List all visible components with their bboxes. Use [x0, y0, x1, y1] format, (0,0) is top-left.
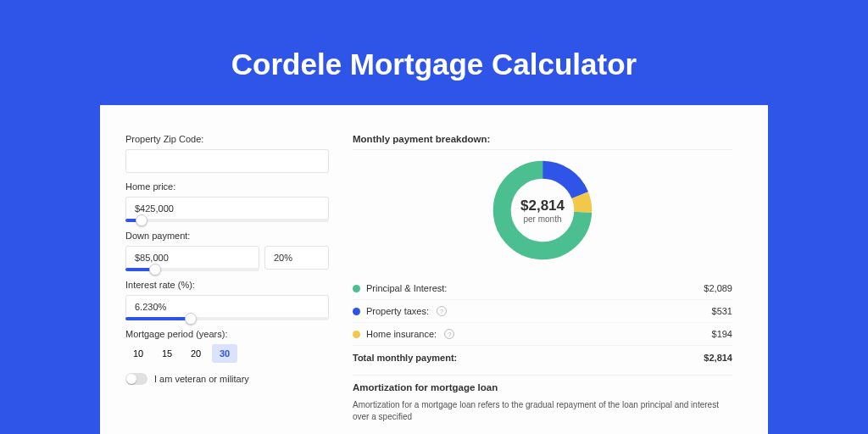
- period-option-30[interactable]: 30: [212, 344, 237, 363]
- total-row: Total monthly payment: $2,814: [353, 346, 732, 375]
- amortization-text: Amortization for a mortgage loan refers …: [353, 399, 732, 423]
- donut-chart-container: $2,814 per month: [353, 157, 732, 264]
- breakdown-heading: Monthly payment breakdown:: [353, 134, 732, 150]
- home-price-group: Home price:: [125, 181, 329, 222]
- form-panel: Property Zip Code: Home price: Down paym…: [125, 134, 329, 434]
- down-percent-input[interactable]: [264, 246, 329, 270]
- legend-row: Home insurance:?$194: [353, 323, 732, 346]
- breakdown-panel: Monthly payment breakdown: $2,814 per mo…: [353, 134, 732, 434]
- down-payment-slider[interactable]: [125, 268, 259, 271]
- legend-row: Principal & Interest:$2,089: [353, 277, 732, 300]
- home-price-label: Home price:: [125, 181, 329, 192]
- calculator-card: Property Zip Code: Home price: Down paym…: [100, 105, 768, 434]
- info-icon[interactable]: ?: [444, 329, 454, 339]
- toggle-knob: [126, 374, 136, 384]
- rate-label: Interest rate (%):: [125, 280, 329, 290]
- rate-slider[interactable]: [125, 317, 329, 320]
- down-payment-label: Down payment:: [125, 231, 329, 241]
- veteran-label: I am veteran or military: [154, 374, 249, 384]
- donut-center: $2,814 per month: [489, 157, 596, 264]
- period-option-20[interactable]: 20: [183, 344, 209, 363]
- total-label: Total monthly payment:: [353, 353, 457, 363]
- period-label: Mortgage period (years):: [125, 329, 329, 339]
- legend-value: $2,089: [704, 283, 732, 293]
- down-payment-group: Down payment:: [125, 231, 329, 271]
- home-price-slider[interactable]: [125, 219, 329, 222]
- info-icon[interactable]: ?: [437, 306, 447, 316]
- legend-row: Property taxes:?$531: [353, 300, 732, 323]
- zip-label: Property Zip Code:: [125, 134, 329, 144]
- legend-label: Home insurance:: [366, 329, 437, 339]
- legend-dot: [353, 285, 360, 292]
- down-amount-input[interactable]: [125, 246, 259, 270]
- rate-input[interactable]: [125, 295, 329, 319]
- rate-group: Interest rate (%):: [125, 280, 329, 320]
- legend-label: Property taxes:: [366, 306, 429, 316]
- legend-dot: [353, 308, 360, 315]
- total-value: $2,814: [704, 353, 732, 363]
- legend-value: $194: [712, 329, 732, 339]
- slider-thumb[interactable]: [136, 214, 147, 226]
- zip-input[interactable]: [125, 149, 329, 173]
- amortization-heading: Amortization for mortgage loan: [353, 375, 732, 399]
- veteran-row: I am veteran or military: [125, 373, 329, 385]
- legend-label: Principal & Interest:: [366, 283, 447, 293]
- period-option-15[interactable]: 15: [154, 344, 180, 363]
- page-title: Cordele Mortgage Calculator: [231, 47, 637, 81]
- donut-sub: per month: [523, 214, 561, 224]
- slider-thumb[interactable]: [149, 264, 161, 275]
- veteran-toggle[interactable]: [125, 373, 147, 385]
- period-group: Mortgage period (years): 10152030: [125, 329, 329, 363]
- legend-value: $531: [712, 306, 732, 316]
- zip-group: Property Zip Code:: [125, 134, 329, 173]
- legend-dot: [353, 331, 360, 338]
- donut-amount: $2,814: [520, 198, 565, 214]
- period-option-10[interactable]: 10: [125, 344, 151, 363]
- slider-thumb[interactable]: [185, 313, 197, 325]
- home-price-input[interactable]: [125, 197, 329, 220]
